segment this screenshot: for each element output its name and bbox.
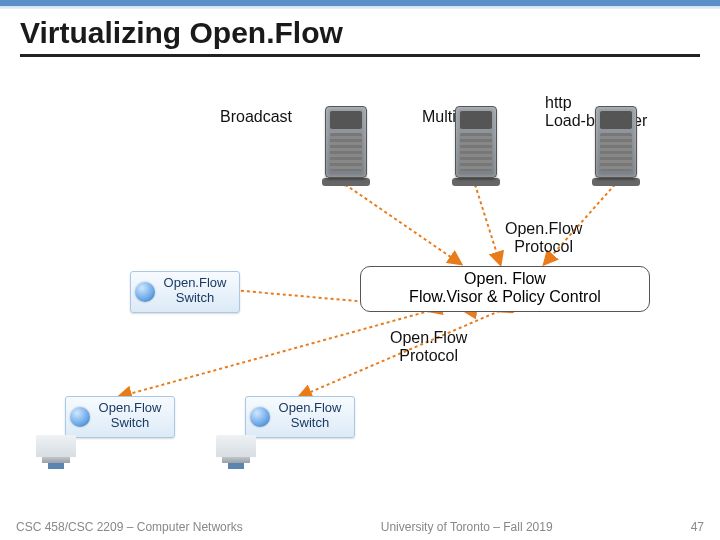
server-icon — [595, 106, 637, 186]
switch-label: Open.Flow Switch — [164, 275, 227, 305]
flowvisor-line2: Flow.Visor & Policy Control — [361, 288, 649, 306]
switch-label: Open.Flow Switch — [279, 400, 342, 430]
footer: CSC 458/CSC 2209 – Computer Networks Uni… — [0, 520, 720, 534]
footer-center: University of Toronto – Fall 2019 — [381, 520, 553, 534]
openflow-switch-right: Open.Flow Switch — [245, 396, 355, 438]
page-title: Virtualizing Open.Flow — [0, 6, 720, 54]
label-http: http — [545, 94, 572, 111]
diagram-canvas: Broadcast Multicast http Load-balancer O… — [0, 66, 720, 510]
flowvisor-line1: Open. Flow — [361, 270, 649, 288]
footer-left: CSC 458/CSC 2209 – Computer Networks — [16, 520, 243, 534]
server-icon — [325, 106, 367, 186]
title-rule — [20, 54, 700, 57]
server-icon — [455, 106, 497, 186]
label-openflow-protocol-upper: Open.Flow Protocol — [505, 220, 582, 255]
switch-label: Open.Flow Switch — [99, 400, 162, 430]
label-openflow-protocol-lower: Open.Flow Protocol — [390, 329, 467, 364]
svg-line-0 — [345, 184, 460, 263]
openflow-switch-left: Open.Flow Switch — [65, 396, 175, 438]
footer-right: 47 — [691, 520, 704, 534]
label-broadcast: Broadcast — [220, 108, 292, 126]
svg-line-3 — [120, 311, 430, 397]
svg-line-1 — [475, 184, 500, 263]
openflow-switch-mid: Open.Flow Switch — [130, 271, 240, 313]
flowvisor-box: Open. Flow Flow.Visor & Policy Control — [360, 266, 650, 312]
